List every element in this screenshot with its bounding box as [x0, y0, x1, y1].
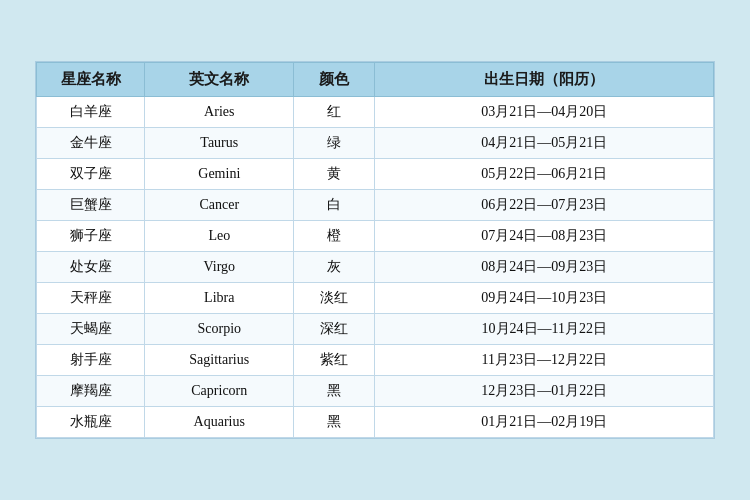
- table-row: 摩羯座Capricorn黑12月23日—01月22日: [37, 376, 714, 407]
- cell-en: Virgo: [145, 252, 294, 283]
- cell-date: 05月22日—06月21日: [375, 159, 714, 190]
- cell-date: 10月24日—11月22日: [375, 314, 714, 345]
- table-row: 双子座Gemini黄05月22日—06月21日: [37, 159, 714, 190]
- cell-color: 橙: [294, 221, 375, 252]
- cell-en: Gemini: [145, 159, 294, 190]
- cell-en: Aries: [145, 97, 294, 128]
- cell-cn: 金牛座: [37, 128, 145, 159]
- cell-color: 灰: [294, 252, 375, 283]
- header-cn: 星座名称: [37, 63, 145, 97]
- cell-cn: 摩羯座: [37, 376, 145, 407]
- table-row: 天秤座Libra淡红09月24日—10月23日: [37, 283, 714, 314]
- cell-en: Capricorn: [145, 376, 294, 407]
- cell-en: Libra: [145, 283, 294, 314]
- cell-en: Scorpio: [145, 314, 294, 345]
- cell-date: 11月23日—12月22日: [375, 345, 714, 376]
- cell-en: Leo: [145, 221, 294, 252]
- cell-en: Taurus: [145, 128, 294, 159]
- header-color: 颜色: [294, 63, 375, 97]
- cell-color: 白: [294, 190, 375, 221]
- table-row: 金牛座Taurus绿04月21日—05月21日: [37, 128, 714, 159]
- table-row: 天蝎座Scorpio深红10月24日—11月22日: [37, 314, 714, 345]
- cell-cn: 水瓶座: [37, 407, 145, 438]
- cell-cn: 双子座: [37, 159, 145, 190]
- header-en: 英文名称: [145, 63, 294, 97]
- cell-date: 07月24日—08月23日: [375, 221, 714, 252]
- cell-color: 绿: [294, 128, 375, 159]
- table-row: 处女座Virgo灰08月24日—09月23日: [37, 252, 714, 283]
- cell-color: 紫红: [294, 345, 375, 376]
- table-header-row: 星座名称 英文名称 颜色 出生日期（阳历）: [37, 63, 714, 97]
- header-date: 出生日期（阳历）: [375, 63, 714, 97]
- cell-color: 淡红: [294, 283, 375, 314]
- cell-date: 06月22日—07月23日: [375, 190, 714, 221]
- cell-en: Aquarius: [145, 407, 294, 438]
- cell-cn: 天蝎座: [37, 314, 145, 345]
- cell-date: 12月23日—01月22日: [375, 376, 714, 407]
- table-row: 水瓶座Aquarius黑01月21日—02月19日: [37, 407, 714, 438]
- table-row: 白羊座Aries红03月21日—04月20日: [37, 97, 714, 128]
- cell-date: 01月21日—02月19日: [375, 407, 714, 438]
- cell-date: 04月21日—05月21日: [375, 128, 714, 159]
- cell-color: 黑: [294, 376, 375, 407]
- cell-color: 黑: [294, 407, 375, 438]
- cell-color: 红: [294, 97, 375, 128]
- cell-cn: 射手座: [37, 345, 145, 376]
- table-row: 巨蟹座Cancer白06月22日—07月23日: [37, 190, 714, 221]
- table-row: 射手座Sagittarius紫红11月23日—12月22日: [37, 345, 714, 376]
- table-row: 狮子座Leo橙07月24日—08月23日: [37, 221, 714, 252]
- cell-en: Cancer: [145, 190, 294, 221]
- cell-color: 深红: [294, 314, 375, 345]
- cell-color: 黄: [294, 159, 375, 190]
- zodiac-table: 星座名称 英文名称 颜色 出生日期（阳历） 白羊座Aries红03月21日—04…: [36, 62, 714, 438]
- cell-date: 03月21日—04月20日: [375, 97, 714, 128]
- zodiac-table-container: 星座名称 英文名称 颜色 出生日期（阳历） 白羊座Aries红03月21日—04…: [35, 61, 715, 439]
- cell-date: 09月24日—10月23日: [375, 283, 714, 314]
- cell-cn: 天秤座: [37, 283, 145, 314]
- cell-cn: 狮子座: [37, 221, 145, 252]
- cell-cn: 处女座: [37, 252, 145, 283]
- cell-en: Sagittarius: [145, 345, 294, 376]
- cell-cn: 白羊座: [37, 97, 145, 128]
- cell-cn: 巨蟹座: [37, 190, 145, 221]
- cell-date: 08月24日—09月23日: [375, 252, 714, 283]
